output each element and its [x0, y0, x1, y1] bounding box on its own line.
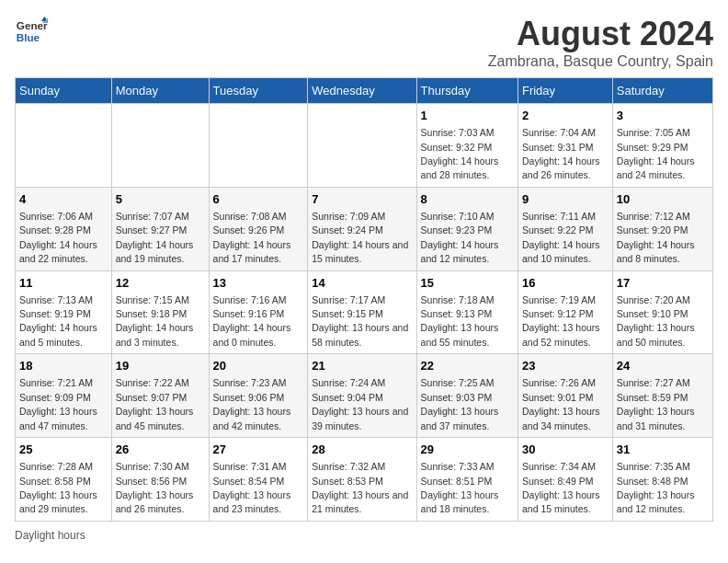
daylight-text: Daylight: 13 hours and 34 minutes.	[522, 406, 600, 431]
calendar-cell: 17 Sunrise: 7:20 AM Sunset: 9:10 PM Dayl…	[612, 270, 712, 354]
main-title: August 2024	[488, 15, 713, 53]
calendar-cell: 6 Sunrise: 7:08 AM Sunset: 9:26 PM Dayli…	[209, 187, 308, 270]
day-number: 21	[312, 358, 412, 374]
sunrise-text: Sunrise: 7:33 AM	[421, 461, 495, 472]
daylight-text: Daylight: 14 hours and 12 minutes.	[421, 239, 499, 264]
sunrise-text: Sunrise: 7:15 AM	[116, 294, 189, 305]
sunset-text: Sunset: 8:48 PM	[617, 476, 688, 487]
day-header-sunday: Sunday	[16, 78, 112, 104]
calendar-cell: 9 Sunrise: 7:11 AM Sunset: 9:22 PM Dayli…	[518, 187, 612, 270]
sunset-text: Sunset: 9:26 PM	[213, 224, 285, 236]
sunset-text: Sunset: 9:16 PM	[213, 308, 285, 319]
header: General Blue August 2024 Zambrana, Basqu…	[15, 15, 713, 70]
sunset-text: Sunset: 9:10 PM	[617, 308, 688, 319]
daylight-text: Daylight: 13 hours and 47 minutes.	[19, 406, 97, 431]
calendar-cell: 10 Sunrise: 7:12 AM Sunset: 9:20 PM Dayl…	[612, 187, 712, 270]
sunrise-text: Sunrise: 7:22 AM	[116, 377, 189, 388]
day-number: 5	[116, 191, 205, 208]
calendar-cell: 28 Sunrise: 7:32 AM Sunset: 8:53 PM Dayl…	[308, 438, 416, 522]
sunrise-text: Sunrise: 7:31 AM	[213, 461, 287, 472]
logo: General Blue	[15, 15, 48, 48]
day-number: 6	[213, 191, 304, 208]
calendar-cell: 21 Sunrise: 7:24 AM Sunset: 9:04 PM Dayl…	[308, 354, 416, 438]
sunset-text: Sunset: 9:24 PM	[312, 224, 383, 236]
day-number: 14	[312, 275, 412, 292]
calendar-cell: 5 Sunrise: 7:07 AM Sunset: 9:27 PM Dayli…	[111, 187, 209, 270]
calendar-cell	[308, 104, 416, 188]
day-number: 7	[312, 191, 412, 208]
sunrise-text: Sunrise: 7:08 AM	[213, 211, 287, 222]
day-number: 3	[617, 108, 709, 124]
sunrise-text: Sunrise: 7:24 AM	[312, 377, 385, 388]
logo-icon: General Blue	[15, 15, 48, 48]
sunset-text: Sunset: 9:29 PM	[617, 142, 688, 153]
daylight-text: Daylight: 13 hours and 58 minutes.	[312, 322, 408, 347]
day-number: 24	[617, 358, 709, 374]
calendar-cell: 27 Sunrise: 7:31 AM Sunset: 8:54 PM Dayl…	[209, 438, 308, 522]
sunset-text: Sunset: 9:32 PM	[421, 142, 493, 153]
sunset-text: Sunset: 9:07 PM	[116, 392, 188, 403]
day-number: 19	[116, 358, 205, 374]
daylight-text: Daylight: 14 hours and 5 minutes.	[19, 322, 97, 347]
sunrise-text: Sunrise: 7:25 AM	[421, 377, 495, 388]
daylight-text: Daylight: 13 hours and 50 minutes.	[617, 322, 695, 347]
calendar-cell: 26 Sunrise: 7:30 AM Sunset: 8:56 PM Dayl…	[111, 438, 209, 522]
sunrise-text: Sunrise: 7:27 AM	[617, 377, 690, 388]
daylight-text: Daylight: 14 hours and 26 minutes.	[522, 155, 600, 180]
daylight-text: Daylight: 13 hours and 55 minutes.	[421, 322, 499, 347]
daylight-text: Daylight: 13 hours and 52 minutes.	[522, 322, 600, 347]
sunrise-text: Sunrise: 7:21 AM	[19, 377, 93, 388]
calendar-cell: 12 Sunrise: 7:15 AM Sunset: 9:18 PM Dayl…	[111, 270, 209, 354]
sunset-text: Sunset: 9:01 PM	[522, 392, 594, 403]
sunset-text: Sunset: 9:19 PM	[19, 308, 91, 319]
calendar-cell: 22 Sunrise: 7:25 AM Sunset: 9:03 PM Dayl…	[416, 354, 518, 438]
day-header-thursday: Thursday	[416, 78, 518, 104]
day-header-tuesday: Tuesday	[209, 78, 308, 104]
title-block: August 2024 Zambrana, Basque Country, Sp…	[488, 15, 713, 70]
sunset-text: Sunset: 8:59 PM	[617, 392, 688, 403]
daylight-text: Daylight: 13 hours and 45 minutes.	[116, 406, 194, 431]
daylight-text: Daylight: 14 hours and 3 minutes.	[116, 322, 194, 347]
sunset-text: Sunset: 9:04 PM	[312, 392, 383, 403]
calendar-cell: 24 Sunrise: 7:27 AM Sunset: 8:59 PM Dayl…	[612, 354, 712, 438]
sunrise-text: Sunrise: 7:26 AM	[522, 377, 596, 388]
week-row-2: 4 Sunrise: 7:06 AM Sunset: 9:28 PM Dayli…	[16, 187, 713, 270]
day-header-saturday: Saturday	[612, 78, 712, 104]
calendar-cell: 25 Sunrise: 7:28 AM Sunset: 8:58 PM Dayl…	[16, 438, 112, 522]
calendar-cell: 29 Sunrise: 7:33 AM Sunset: 8:51 PM Dayl…	[416, 438, 518, 522]
calendar-cell: 20 Sunrise: 7:23 AM Sunset: 9:06 PM Dayl…	[209, 354, 308, 438]
calendar-cell: 1 Sunrise: 7:03 AM Sunset: 9:32 PM Dayli…	[416, 104, 518, 188]
sunrise-text: Sunrise: 7:34 AM	[522, 461, 596, 472]
sunset-text: Sunset: 9:23 PM	[421, 224, 493, 236]
sunrise-text: Sunrise: 7:32 AM	[312, 461, 385, 472]
sunrise-text: Sunrise: 7:23 AM	[213, 377, 287, 388]
day-number: 11	[19, 275, 108, 292]
daylight-text: Daylight: 13 hours and 37 minutes.	[421, 406, 499, 431]
day-number: 1	[421, 108, 514, 124]
footer-note: Daylight hours	[15, 529, 713, 542]
calendar-cell	[209, 104, 308, 188]
day-number: 27	[213, 442, 304, 458]
sunrise-text: Sunrise: 7:11 AM	[522, 211, 596, 222]
day-number: 12	[116, 275, 205, 292]
calendar-cell: 7 Sunrise: 7:09 AM Sunset: 9:24 PM Dayli…	[308, 187, 416, 270]
sunset-text: Sunset: 9:03 PM	[421, 392, 493, 403]
daylight-text: Daylight: 13 hours and 12 minutes.	[617, 489, 695, 514]
daylight-text: Daylight: 14 hours and 8 minutes.	[617, 239, 695, 264]
day-number: 9	[522, 191, 609, 208]
sunrise-text: Sunrise: 7:09 AM	[312, 211, 385, 222]
daylight-text: Daylight: 13 hours and 21 minutes.	[312, 489, 408, 514]
sunrise-text: Sunrise: 7:03 AM	[421, 127, 495, 138]
daylight-text: Daylight: 13 hours and 39 minutes.	[312, 406, 408, 431]
sunrise-text: Sunrise: 7:10 AM	[421, 211, 495, 222]
day-number: 29	[421, 442, 514, 458]
week-row-1: 1 Sunrise: 7:03 AM Sunset: 9:32 PM Dayli…	[16, 104, 713, 188]
calendar-cell	[16, 104, 112, 188]
sunrise-text: Sunrise: 7:35 AM	[617, 461, 690, 472]
svg-text:Blue: Blue	[17, 31, 40, 43]
calendar-cell: 23 Sunrise: 7:26 AM Sunset: 9:01 PM Dayl…	[518, 354, 612, 438]
day-number: 23	[522, 358, 609, 374]
sunrise-text: Sunrise: 7:07 AM	[116, 211, 189, 222]
sunset-text: Sunset: 9:18 PM	[116, 308, 188, 319]
calendar-cell: 11 Sunrise: 7:13 AM Sunset: 9:19 PM Dayl…	[16, 270, 112, 354]
